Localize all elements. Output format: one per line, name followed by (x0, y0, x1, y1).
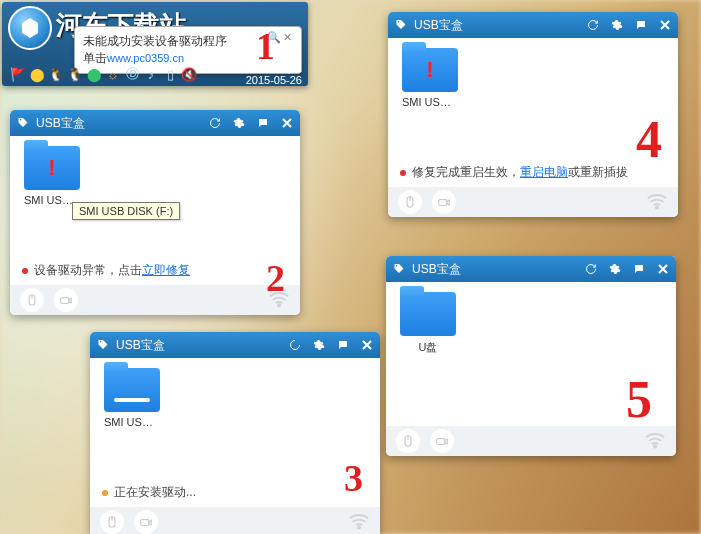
gear-icon[interactable] (232, 116, 246, 130)
tray-g-icon[interactable]: ♪ (143, 66, 159, 82)
folder-warning-icon (402, 48, 458, 92)
status-text: 正在安装驱动... (114, 484, 196, 501)
chat-icon[interactable] (256, 116, 270, 130)
tray-penguin-icon[interactable]: 🐧 (48, 66, 64, 82)
disk-item[interactable]: SMI USB ... (104, 368, 160, 428)
close-icon[interactable] (656, 262, 670, 276)
mouse-icon[interactable] (398, 190, 422, 214)
balloon-line2-prefix: 单击 (83, 51, 107, 65)
site-logo (8, 6, 52, 50)
tray-battery-icon[interactable]: ▯ (162, 66, 178, 82)
window-footer (90, 507, 380, 534)
tray-d-icon[interactable]: Ⓓ (124, 66, 140, 82)
wifi-icon[interactable] (644, 431, 666, 452)
disk-item[interactable]: SMI USB ... (24, 146, 80, 206)
mouse-icon[interactable] (396, 429, 420, 453)
status-bar: 设备驱动异常，点击立即修复 (10, 256, 300, 285)
window-title: USB宝盒 (412, 261, 461, 278)
annotation-2: 2 (266, 256, 285, 300)
tag-icon (392, 262, 406, 276)
status-text: 设备驱动异常，点击 (34, 263, 142, 277)
annotation-3: 3 (344, 456, 363, 500)
tray-shield-icon[interactable]: ⬤ (29, 66, 45, 82)
refresh-icon[interactable] (586, 18, 600, 32)
disk-item[interactable]: SMI USB ... (402, 48, 458, 108)
balloon-title: 未能成功安装设备驱动程序 (83, 33, 277, 50)
mouse-icon[interactable] (100, 510, 124, 534)
status-bar: 修复完成重启生效，重启电脑或重新插拔 (388, 158, 678, 187)
tray-music-icon[interactable]: ⬤ (86, 66, 102, 82)
wifi-icon[interactable] (646, 192, 668, 213)
usb-window-4: USB宝盒 SMI USB ... 修复完成重启生效，重启电脑或重新插拔 (388, 12, 678, 217)
status-dot-red (400, 170, 406, 176)
loading-icon (288, 338, 302, 352)
annotation-5: 5 (626, 370, 652, 429)
balloon-close-icon[interactable]: ✕ (283, 31, 295, 43)
svg-point-14 (656, 206, 658, 208)
svg-point-19 (654, 445, 656, 447)
annotation-4: 4 (636, 110, 662, 169)
gear-icon[interactable] (312, 338, 326, 352)
gear-icon[interactable] (608, 262, 622, 276)
status-dot-red (22, 268, 28, 274)
close-icon[interactable] (360, 338, 374, 352)
tag-icon (394, 18, 408, 32)
svg-point-9 (358, 526, 360, 528)
camera-icon[interactable] (430, 429, 454, 453)
restart-link[interactable]: 重启电脑 (520, 165, 568, 179)
window-footer (10, 285, 300, 315)
tray-flag-icon[interactable]: 🚩 (10, 66, 26, 82)
window-title: USB宝盒 (414, 17, 463, 34)
camera-icon[interactable] (134, 510, 158, 534)
titlebar[interactable]: USB宝盒 (10, 110, 300, 136)
folder-icon (104, 368, 160, 412)
annotation-1: 1 (256, 24, 275, 68)
wifi-icon[interactable] (348, 512, 370, 533)
balloon-domain: www.pc0359.cn (107, 52, 184, 64)
tag-icon (96, 338, 110, 352)
status-dot-orange (102, 490, 108, 496)
refresh-icon[interactable] (208, 116, 222, 130)
close-icon[interactable] (280, 116, 294, 130)
titlebar[interactable]: USB宝盒 (90, 332, 380, 358)
chat-icon[interactable] (634, 18, 648, 32)
svg-rect-18 (437, 439, 445, 445)
window-title: USB宝盒 (116, 337, 165, 354)
titlebar[interactable]: USB宝盒 (388, 12, 678, 38)
status-text-post: 或重新插拔 (568, 165, 628, 179)
svg-rect-3 (61, 298, 69, 304)
tray-volume-icon[interactable]: 🔇 (181, 66, 197, 82)
tag-icon (16, 116, 30, 130)
window-footer (386, 426, 676, 456)
camera-icon[interactable] (432, 190, 456, 214)
usb-window-3: USB宝盒 SMI USB ... 正在安装驱动... (90, 332, 380, 534)
disk-label: U盘 (400, 340, 456, 355)
tray-sun-icon[interactable]: ☼ (105, 66, 121, 82)
gear-icon[interactable] (610, 18, 624, 32)
svg-rect-8 (141, 520, 149, 526)
camera-icon[interactable] (54, 288, 78, 312)
window-footer (388, 187, 678, 217)
disk-label: SMI USB ... (104, 416, 160, 428)
chat-icon[interactable] (336, 338, 350, 352)
mouse-icon[interactable] (20, 288, 44, 312)
svg-rect-13 (439, 200, 447, 206)
fix-now-link[interactable]: 立即修复 (142, 263, 190, 277)
disk-tooltip: SMI USB DISK (F:) (72, 202, 180, 220)
folder-icon (400, 292, 456, 336)
tray-penguin-icon-2[interactable]: 🐧 (67, 66, 83, 82)
folder-warning-icon (24, 146, 80, 190)
titlebar[interactable]: USB宝盒 (386, 256, 676, 282)
close-icon[interactable] (658, 18, 672, 32)
disk-label: SMI USB ... (402, 96, 458, 108)
chat-icon[interactable] (632, 262, 646, 276)
disk-item[interactable]: U盘 (400, 292, 456, 355)
status-text-pre: 修复完成重启生效， (412, 165, 520, 179)
window-title: USB宝盒 (36, 115, 85, 132)
refresh-icon[interactable] (584, 262, 598, 276)
status-bar: 正在安装驱动... (90, 478, 380, 507)
svg-point-4 (278, 304, 280, 306)
